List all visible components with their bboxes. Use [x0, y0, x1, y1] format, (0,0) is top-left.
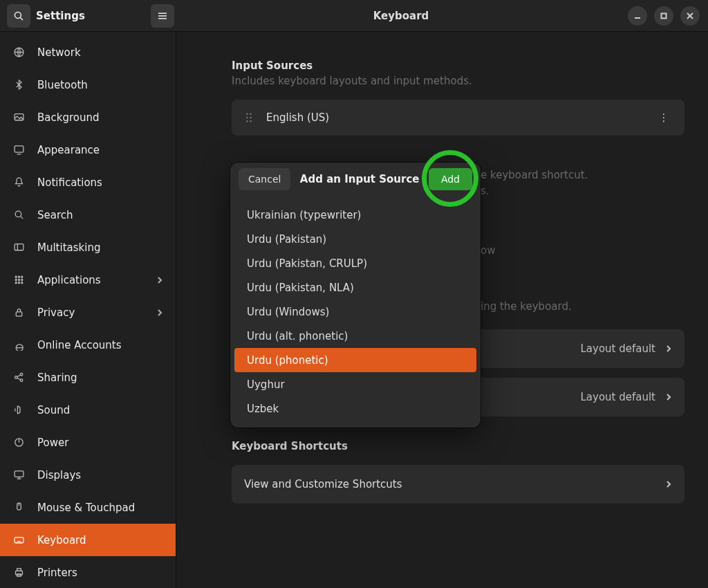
svg-point-49 — [246, 113, 248, 115]
input-source-option[interactable]: Uyghur — [234, 372, 476, 396]
sidebar-item-notifications[interactable]: Notifications — [0, 166, 176, 199]
svg-point-23 — [15, 282, 17, 284]
keyboard-icon — [12, 534, 25, 546]
hint-line-2: s. — [481, 183, 684, 199]
input-source-option[interactable]: Urdu (alt. phonetic) — [234, 324, 476, 348]
sidebar-item-sound[interactable]: Sound — [0, 394, 176, 426]
window-minimize-button[interactable] — [628, 6, 647, 26]
sidebar-item-label: Power — [37, 437, 163, 449]
search-button[interactable] — [7, 4, 30, 28]
sidebar-item-power[interactable]: Power — [0, 426, 176, 459]
sidebar-item-appearance[interactable]: Appearance — [0, 134, 176, 166]
sidebar-item-label: Search — [37, 209, 163, 221]
dialog-body: Ukrainian (typewriter)Urdu (Pakistan)Urd… — [230, 196, 481, 428]
input-source-option[interactable]: Urdu (Pakistan) — [234, 227, 476, 251]
input-source-option[interactable]: Urdu (Windows) — [234, 300, 476, 324]
hamburger-menu-button[interactable] — [151, 4, 174, 28]
input-source-option[interactable]: Urdu (Pakistan, NLA) — [234, 275, 476, 300]
search-icon — [12, 209, 25, 221]
svg-rect-41 — [15, 538, 24, 543]
view-shortcuts-label: View and Customize Shortcuts — [244, 478, 402, 490]
online-accounts-icon — [12, 339, 25, 351]
maximize-icon — [660, 12, 668, 20]
per-window-fragment: ow — [481, 243, 684, 259]
titlebar-left: Settings — [4, 4, 174, 28]
bluetooth-icon — [12, 79, 25, 91]
sidebar-item-label: Notifications — [37, 176, 163, 189]
titlebar: Settings Keyboard — [0, 0, 708, 32]
input-sources-subtitle: Includes keyboard layouts and input meth… — [232, 75, 684, 87]
sidebar: NetworkBluetoothBackgroundAppearanceNoti… — [0, 32, 176, 588]
sound-icon — [12, 404, 25, 416]
sidebar-item-keyboard[interactable]: Keyboard — [0, 524, 176, 556]
search-icon — [12, 10, 25, 22]
sidebar-item-label: Background — [37, 111, 163, 124]
multitasking-icon — [12, 241, 25, 254]
sidebar-item-applications[interactable]: Applications — [0, 264, 176, 296]
sidebar-item-label: Keyboard — [37, 534, 163, 546]
cancel-button[interactable]: Cancel — [239, 168, 290, 190]
input-source-option[interactable]: Ukrainian (typewriter) — [234, 203, 476, 227]
svg-line-1 — [20, 17, 23, 20]
window-maximize-button[interactable] — [654, 6, 673, 26]
sidebar-item-label: Network — [37, 46, 163, 59]
view-shortcuts-row[interactable]: View and Customize Shortcuts — [232, 465, 684, 504]
svg-point-19 — [21, 276, 22, 277]
svg-point-52 — [250, 117, 251, 118]
svg-point-20 — [15, 279, 17, 280]
printers-icon — [12, 567, 25, 579]
typing-desc-fragment: ing the keyboard. — [481, 299, 684, 315]
sidebar-item-displays[interactable]: Displays — [0, 459, 176, 491]
sidebar-item-search[interactable]: Search — [0, 199, 176, 231]
sidebar-item-label: Online Accounts — [37, 339, 163, 351]
input-source-option-list: Ukrainian (typewriter)Urdu (Pakistan)Urd… — [234, 203, 476, 421]
input-source-option[interactable]: Urdu (phonetic) — [234, 348, 476, 372]
network-icon — [12, 46, 25, 59]
sidebar-item-printers[interactable]: Printers — [0, 556, 176, 588]
svg-point-17 — [15, 276, 17, 277]
close-icon — [686, 12, 694, 20]
alternate-characters-value: Layout default — [580, 342, 655, 355]
add-input-source-dialog: Cancel Add an Input Source Add Ukrainian… — [230, 163, 481, 428]
svg-point-0 — [15, 12, 21, 18]
displays-icon — [12, 469, 25, 481]
compose-key-value: Layout default — [580, 391, 655, 403]
page-title: Keyboard — [174, 10, 628, 22]
input-sources-title: Input Sources — [232, 59, 684, 72]
input-source-label: English (US) — [266, 111, 643, 124]
input-source-option[interactable]: Uzbek — [234, 396, 476, 421]
input-sources-list: English (US) ⋮ — [232, 100, 684, 136]
keyboard-shortcuts-title: Keyboard Shortcuts — [232, 440, 684, 452]
add-button[interactable]: Add — [429, 168, 472, 190]
sidebar-item-network[interactable]: Network — [0, 36, 176, 68]
alternate-characters-value-group: Layout default — [580, 342, 672, 355]
svg-rect-36 — [15, 471, 24, 477]
dialog-title: Add an Input Source — [300, 173, 420, 185]
sidebar-item-label: Bluetooth — [37, 79, 163, 91]
input-source-row[interactable]: English (US) ⋮ — [232, 100, 684, 136]
svg-point-25 — [21, 282, 22, 284]
input-source-menu-button[interactable]: ⋮ — [655, 111, 672, 124]
sidebar-item-multitasking[interactable]: Multitasking — [0, 231, 176, 264]
svg-point-13 — [15, 211, 21, 217]
input-source-option[interactable]: Urdu (Pakistan, CRULP) — [234, 251, 476, 275]
svg-rect-11 — [15, 146, 24, 152]
svg-rect-15 — [15, 244, 24, 250]
chevron-right-icon — [156, 274, 163, 286]
sharing-icon — [12, 371, 25, 384]
sidebar-item-background[interactable]: Background — [0, 101, 176, 134]
window-close-button[interactable] — [680, 6, 700, 26]
drag-handle-icon[interactable] — [244, 113, 254, 122]
sidebar-item-online-accounts[interactable]: Online Accounts — [0, 329, 176, 361]
svg-rect-26 — [16, 312, 22, 316]
view-shortcuts-chev — [665, 478, 672, 490]
sidebar-item-label: Sound — [37, 404, 163, 416]
chevron-right-icon — [156, 306, 163, 319]
applications-icon — [12, 274, 25, 286]
sidebar-item-privacy[interactable]: Privacy — [0, 296, 176, 329]
minimize-icon — [633, 12, 642, 20]
sidebar-item-sharing[interactable]: Sharing — [0, 361, 176, 394]
hamburger-icon — [156, 10, 169, 22]
sidebar-item-mouse-touchpad[interactable]: Mouse & Touchpad — [0, 491, 176, 524]
sidebar-item-bluetooth[interactable]: Bluetooth — [0, 68, 176, 101]
